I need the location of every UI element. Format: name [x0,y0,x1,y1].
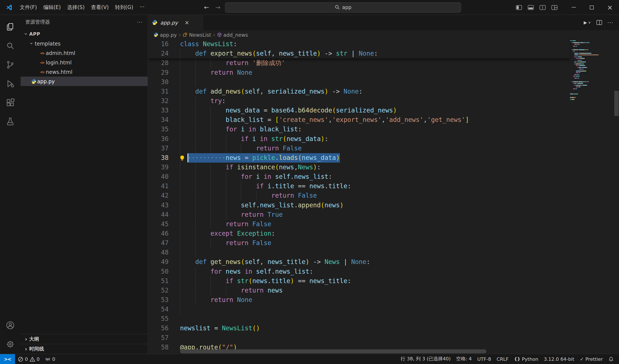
code-line-29[interactable]: 29 return None [148,68,619,77]
tab-app-py[interactable]: app.py × [148,15,203,30]
back-icon[interactable]: ← [202,4,211,11]
editor-viewport[interactable]: 16class NewsList:24 def export_news(self… [148,40,619,354]
minimize-button[interactable] [564,0,583,14]
account-icon[interactable] [0,316,21,335]
code-line-44[interactable]: 44 return True [148,210,619,220]
code-line-43[interactable]: 43 self.news_list.append(news) [148,200,619,210]
menu-more-icon[interactable]: ··· [137,2,148,13]
close-button[interactable]: × [601,0,619,14]
notifications-bell[interactable] [605,354,617,364]
tree-file-login[interactable]: <> login.html [21,58,148,67]
ports-indicator[interactable]: 0 [42,354,58,364]
tree-file-news[interactable]: <> news.html [21,67,148,77]
timeline-section[interactable]: › 时间线 [21,344,148,354]
code-line-38[interactable]: 38 ··········news = pickle.loads(news_da… [148,153,619,163]
code-token: : [317,163,321,171]
forward-icon[interactable]: → [214,4,222,11]
code-line-33[interactable]: 33 news_data = base64.b64decode(serializ… [148,106,619,115]
code-line-56[interactable]: 56newslist = NewsList() [148,324,619,333]
menu-selection[interactable]: 选择(S) [64,2,88,13]
code-line-34[interactable]: 34 black_list = ['create_news','export_n… [148,115,619,125]
minimap-token [587,85,587,86]
minimap-token [576,45,577,46]
code-line-30[interactable]: 30 [148,77,619,87]
code-line-49[interactable]: 49 def get_news(self, news_title) -> New… [148,257,619,267]
tree-file-app-py[interactable]: app.py [21,77,148,86]
indentation-setting[interactable]: 空格: 4 [453,354,474,364]
run-python-file-button[interactable]: ▶ ∨ [584,20,591,25]
python-interpreter[interactable]: 3.12.0 64-bit [541,354,577,364]
command-center-search[interactable]: app [225,2,461,13]
outline-section[interactable]: › 大纲 [21,334,148,344]
split-editor-icon[interactable] [596,20,602,25]
horizontal-scrollbar[interactable] [180,350,486,353]
formatter-indicator[interactable]: ✓ Prettier [577,354,606,364]
code-area[interactable]: 28 return '删除成功'29 return None3031 def a… [148,58,619,354]
tab-close-icon[interactable]: × [184,19,189,26]
code-line-37[interactable]: 37 return False [148,144,619,153]
line-content: black_list = ['create_news','export_news… [180,115,619,125]
source-control-icon[interactable] [0,55,21,74]
code-line-16[interactable]: 16class NewsList: [148,40,570,49]
code-line-54[interactable]: 54 [148,305,619,314]
tree-folder-templates[interactable]: › templates [21,39,148,48]
code-line-51[interactable]: 51 if str(news.title) == news_title: [148,276,619,286]
code-line-32[interactable]: 32 try: [148,96,619,106]
code-line-47[interactable]: 47 return False [148,238,619,248]
code-line-41[interactable]: 41 if i.title == news.title: [148,182,619,191]
minimap-token [582,63,583,64]
maximize-button[interactable] [583,0,601,14]
code-line-42[interactable]: 42 return False [148,191,619,200]
menu-edit[interactable]: 编辑(E) [40,2,64,13]
settings-gear-icon[interactable] [0,335,21,354]
breadcrumb-file[interactable]: app.py [154,32,177,38]
menu-file[interactable]: 文件(F) [16,2,40,13]
breadcrumb-class[interactable]: NewsList [183,32,211,38]
tree-root-app[interactable]: › APP [21,29,148,39]
code-line-24[interactable]: 24 def export_news(self, news_title) -> … [148,49,570,58]
explorer-icon[interactable] [0,17,21,36]
testing-icon[interactable] [0,112,21,131]
code-line-28[interactable]: 28 return '删除成功' [148,58,619,68]
minimap-token [575,40,576,41]
code-line-50[interactable]: 50 for news in self.news_list: [148,267,619,276]
vertical-scrollbar[interactable] [614,91,619,116]
sticky-scroll[interactable]: 16class NewsList:24 def export_news(self… [148,40,570,58]
code-line-31[interactable]: 31 def add_news(self, serialized_news) -… [148,87,619,96]
minimap[interactable] [570,40,613,101]
language-mode[interactable]: {} Python [511,354,541,364]
code-line-53[interactable]: 53 return None [148,295,619,305]
explorer-more-actions-icon[interactable]: ··· [137,19,143,25]
code-line-36[interactable]: 36 if i in str(news_data): [148,134,619,144]
code-line-57[interactable]: 57 [148,333,619,343]
editor-more-actions-icon[interactable]: ··· [607,20,613,26]
code-line-45[interactable]: 45 return False [148,220,619,229]
cursor-position[interactable]: 行 38, 列 3 (已选择40) [398,354,453,364]
code-line-48[interactable]: 48 [148,248,619,257]
minimap-line [570,76,613,77]
menu-goto[interactable]: 转到(G) [112,2,136,13]
code-line-39[interactable]: 39 if isinstance(news,News): [148,163,619,172]
search-view-icon[interactable] [0,36,21,55]
code-token [321,258,324,266]
tree-file-admin[interactable]: <> admin.html [21,48,148,57]
code-line-55[interactable]: 55 [148,314,619,324]
toggle-panel-icon[interactable] [528,5,534,10]
code-line-46[interactable]: 46 except Exception: [148,229,619,238]
run-debug-icon[interactable] [0,74,21,93]
toggle-secondary-sidebar-icon[interactable] [540,5,546,10]
extensions-icon[interactable] [0,93,21,112]
problems-indicator[interactable]: 0 0 [15,354,42,364]
code-line-52[interactable]: 52 return news [148,286,619,295]
code-line-35[interactable]: 35 for i in black_list: [148,125,619,134]
breadcrumb-method[interactable]: add_news [217,32,248,38]
toggle-sidebar-icon[interactable] [516,5,522,10]
menu-view[interactable]: 查看(V) [88,2,112,13]
encoding-setting[interactable]: UTF-8 [475,354,494,364]
customize-layout-icon[interactable] [551,5,557,10]
remote-indicator[interactable]: >< [0,354,15,364]
code-line-40[interactable]: 40 for i in self.news_list: [148,172,619,182]
code-token: loads [279,154,298,161]
lightbulb-icon[interactable] [179,154,185,164]
eol-setting[interactable]: CRLF [494,354,511,364]
